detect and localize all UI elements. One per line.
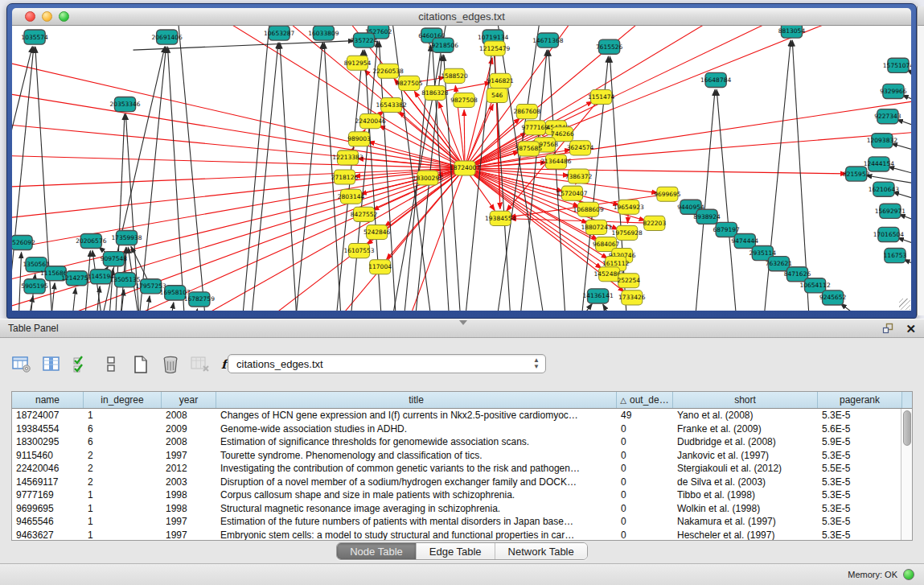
column-header-out_de[interactable]: △out_de… xyxy=(617,392,673,408)
table-cell[interactable]: 0 xyxy=(617,502,673,516)
citation-edge-black[interactable] xyxy=(897,237,911,245)
graph-node[interactable]: 9777169 xyxy=(522,121,549,135)
table-cell[interactable]: 9115460 xyxy=(12,449,84,463)
row-height-icon[interactable] xyxy=(101,354,121,375)
table-cell[interactable]: 19384554 xyxy=(12,422,84,436)
table-cell[interactable]: Stergiakouli et al. (2012) xyxy=(673,462,818,476)
table-cell[interactable]: 5.3E-5 xyxy=(818,409,902,422)
scrollbar-thumb[interactable] xyxy=(903,410,911,446)
graph-node[interactable]: 1035574 xyxy=(21,30,48,44)
citation-edge-red[interactable] xyxy=(442,83,491,92)
table-cell[interactable]: 0 xyxy=(617,449,673,463)
graph-node[interactable]: 822203 xyxy=(643,216,667,230)
table-cell[interactable]: Tibbo et al. (1998) xyxy=(673,488,818,502)
graph-node[interactable]: 989003 xyxy=(347,132,371,146)
table-cell[interactable]: 1 xyxy=(84,488,162,502)
table-cell[interactable]: 5.3E-5 xyxy=(818,515,902,529)
graph-node[interactable]: 546 xyxy=(487,88,507,102)
network-canvas[interactable]: 1035574206914061065328716033809881305415… xyxy=(12,26,911,311)
graph-node[interactable]: 2526092 xyxy=(12,235,35,249)
column-header-name[interactable]: name xyxy=(12,392,84,408)
table-cell[interactable]: Hescheler et al. (1997) xyxy=(673,529,818,542)
citation-edge-red[interactable] xyxy=(627,214,628,223)
graph-node[interactable]: 9245652 xyxy=(819,290,847,305)
citation-edge-black[interactable] xyxy=(72,288,76,311)
citation-edge-black[interactable] xyxy=(170,303,174,311)
table-cell[interactable]: Estimation of significance thresholds fo… xyxy=(216,435,617,449)
table-cell[interactable]: Structural magnetic resonance image aver… xyxy=(216,502,617,516)
citation-edge-black[interactable] xyxy=(519,50,547,311)
table-cell[interactable]: 0 xyxy=(617,422,673,436)
table-settings-icon[interactable] xyxy=(11,354,32,375)
table-cell[interactable]: 0 xyxy=(617,476,673,489)
column-header-pagerank[interactable]: pagerank xyxy=(818,392,902,408)
graph-node[interactable]: 7357224 xyxy=(351,33,378,47)
table-cell[interactable]: 14569117 xyxy=(12,476,84,489)
graph-node[interactable]: 12444154 xyxy=(864,157,894,171)
column-header-in_degree[interactable]: in_degree xyxy=(84,392,162,408)
table-cell[interactable]: 1 xyxy=(84,409,162,422)
citation-edge-black[interactable] xyxy=(195,309,198,311)
table-row[interactable]: 1872400712008Changes of HCN gene express… xyxy=(12,409,912,422)
table-row[interactable]: 2242004622012Investigating the contribut… xyxy=(12,462,912,476)
graph-node[interactable]: 19384554 xyxy=(485,211,515,225)
graph-node[interactable]: 15751074 xyxy=(883,58,911,72)
citation-edge-black[interactable] xyxy=(897,120,911,128)
table-cell[interactable]: 2009 xyxy=(162,422,216,436)
table-cell[interactable]: Jankovic et al. (1997) xyxy=(673,449,818,463)
memory-status-icon[interactable] xyxy=(903,569,914,580)
table-cell[interactable]: Tourette syndrome. Phenomenology and cla… xyxy=(216,449,617,463)
table-cell[interactable]: 1998 xyxy=(162,488,216,502)
graph-node[interactable]: 8938924 xyxy=(693,209,721,224)
graph-node[interactable]: 15720407 xyxy=(556,186,587,200)
table-cell[interactable]: Investigating the contribution of common… xyxy=(216,462,617,476)
table-cell[interactable]: Disruption of a novel member of a sodium… xyxy=(216,476,617,489)
graph-node[interactable]: 9827508 xyxy=(450,93,478,107)
citation-edge-black[interactable] xyxy=(577,303,593,311)
graph-node[interactable]: 10653287 xyxy=(264,26,294,40)
table-cell[interactable]: 9463627 xyxy=(12,529,84,542)
citation-edge-red[interactable] xyxy=(12,168,458,187)
table-row[interactable]: 946554611997Estimation of the future num… xyxy=(12,515,912,529)
table-cell[interactable]: 2 xyxy=(84,462,162,476)
close-window-icon[interactable] xyxy=(25,11,35,22)
citation-edge-black[interactable] xyxy=(167,47,184,311)
table-cell[interactable]: 5.5E-5 xyxy=(818,462,902,476)
graph-node[interactable]: 5242846 xyxy=(363,225,391,239)
graph-node[interactable]: 16782759 xyxy=(184,292,215,307)
table-cell[interactable]: Corpus callosum shape and size in male p… xyxy=(216,488,617,502)
graph-node[interactable]: 19218506 xyxy=(428,38,458,52)
table-cell[interactable]: de Silva et al. (2003) xyxy=(673,476,818,489)
close-panel-icon[interactable]: ✕ xyxy=(906,323,916,335)
graph-node[interactable]: 12213383 xyxy=(332,150,363,165)
table-cell[interactable]: Changes of HCN gene expression and I(f) … xyxy=(216,409,617,422)
table-row[interactable]: 1938455462009Genome-wide association stu… xyxy=(12,422,912,436)
graph-node[interactable]: 9827505 xyxy=(396,76,423,90)
delete-table-icon[interactable] xyxy=(160,354,181,375)
citation-edge-black[interactable] xyxy=(888,167,911,175)
table-cell[interactable]: 5.3E-5 xyxy=(818,449,902,463)
graph-node[interactable]: 2867608 xyxy=(514,105,541,119)
tab-network-table[interactable]: Network Table xyxy=(495,543,587,559)
graph-node[interactable]: 20353346 xyxy=(109,97,140,112)
new-table-icon[interactable] xyxy=(130,354,151,375)
graph-node[interactable]: 16210643 xyxy=(869,182,899,196)
tab-node-table[interactable]: Node Table xyxy=(337,543,417,559)
graph-node[interactable]: 12093832 xyxy=(867,134,897,148)
table-cell[interactable]: 9465546 xyxy=(12,515,84,529)
graph-node[interactable]: 1151474 xyxy=(588,89,615,104)
graph-node[interactable]: 20206576 xyxy=(76,233,106,248)
citation-edge-black[interactable] xyxy=(295,43,322,311)
network-window-titlebar[interactable]: citations_edges.txt xyxy=(12,8,911,26)
table-row[interactable]: 969969511998Structural magnetic resonanc… xyxy=(12,502,912,516)
graph-node[interactable]: 16107553 xyxy=(343,244,374,258)
citation-edge-red[interactable] xyxy=(12,123,458,167)
table-row[interactable]: 1456911722003Disruption of a novel membe… xyxy=(12,476,912,489)
table-cell[interactable]: 9777169 xyxy=(12,488,84,502)
graph-node[interactable]: 8427552 xyxy=(351,207,378,221)
table-selector-dropdown[interactable]: citations_edges.txt ▲▼ xyxy=(228,354,546,373)
table-cell[interactable]: 6 xyxy=(84,435,162,449)
table-cell[interactable]: 1997 xyxy=(162,515,216,529)
table-cell[interactable]: 1 xyxy=(84,515,162,529)
float-panel-icon[interactable] xyxy=(882,323,894,334)
